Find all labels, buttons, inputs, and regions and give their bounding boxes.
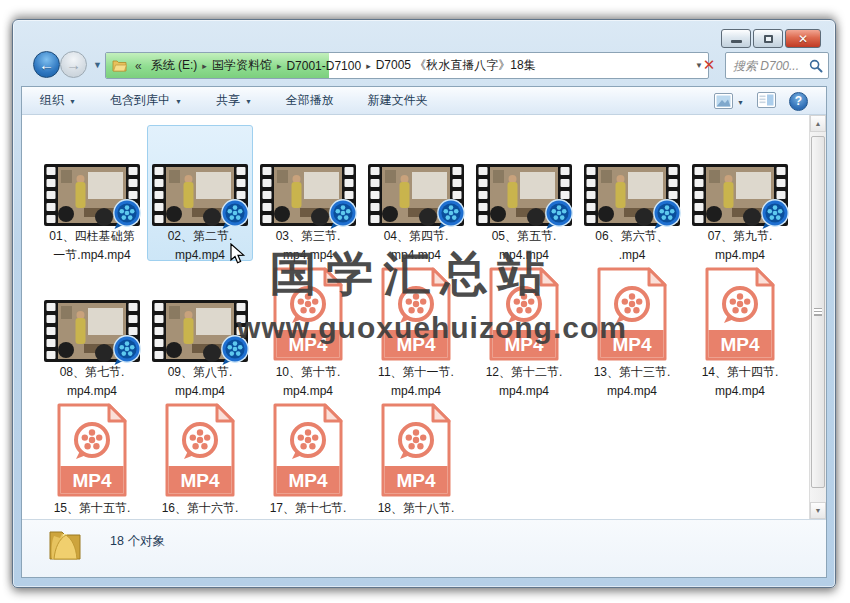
toolbar-item-5[interactable]: 新建文件夹 xyxy=(358,88,438,113)
breadcrumb-item-4[interactable]: D7005 《秋水直播八字》18集 xyxy=(373,57,539,74)
media-player-badge-icon xyxy=(651,198,683,230)
toolbar-items: 组织▼包含到库中▼共享▼全部播放新建文件夹 xyxy=(30,88,452,113)
file-tile-09[interactable]: MP4 09、第八节. mp4.mp4 xyxy=(147,261,253,397)
file-name-line2: mp4.mp4 xyxy=(607,383,657,400)
svg-text:MP4: MP4 xyxy=(396,470,436,491)
mp4-file-icon: MP4 xyxy=(595,266,669,362)
navigation-bar: ← → ▼ « 系统 (E:)▸国学资料馆▸D7001-D7100▸D7005 … xyxy=(21,46,827,86)
chevron-down-icon: ▼ xyxy=(93,60,102,70)
status-bar: 18 个对象 xyxy=(22,519,826,577)
file-tile-03[interactable]: MP4 03、第三节. mp4.mp4 xyxy=(255,125,361,261)
file-icon-area: MP4 xyxy=(40,262,144,362)
file-tile-10[interactable]: MP4 10、第十节. mp4.mp4 xyxy=(255,261,361,397)
dropdown-arrow-icon: ▼ xyxy=(175,96,182,105)
file-name-line1: 11、第十一节. xyxy=(378,364,454,381)
media-player-badge-icon xyxy=(327,198,359,230)
breadcrumb: 系统 (E:)▸国学资料馆▸D7001-D7100▸D7005 《秋水直播八字》… xyxy=(148,57,539,74)
file-name-line1: 15、第十五节. xyxy=(54,500,131,517)
file-icon-area: MP4 xyxy=(148,262,252,362)
breadcrumb-item-3[interactable]: D7001-D7100 xyxy=(283,59,364,73)
file-icon-area: MP4 xyxy=(40,398,144,498)
file-tile-18[interactable]: MP4 18、第十八节. mp4.mp4 xyxy=(363,397,469,519)
scroll-up-button[interactable]: ▲ xyxy=(810,115,826,132)
file-tile-07[interactable]: MP4 07、第九节. mp4.mp4 xyxy=(687,125,793,261)
vertical-scrollbar[interactable]: ▲ ▼ xyxy=(809,115,826,519)
minimize-icon xyxy=(731,40,742,43)
minimize-button[interactable] xyxy=(721,29,751,48)
file-name-line1: 17、第十七节. xyxy=(270,500,347,517)
file-tile-12[interactable]: MP4 12、第十二节. mp4.mp4 xyxy=(471,261,577,397)
file-tile-08[interactable]: MP4 08、第七节. mp4.mp4 xyxy=(39,261,145,397)
file-icon-area: MP4 xyxy=(40,126,144,226)
file-name-line1: 10、第十节. xyxy=(276,364,341,381)
svg-text:MP4: MP4 xyxy=(720,334,760,355)
file-icon-area: MP4 xyxy=(148,126,252,226)
file-icon-area: MP4 xyxy=(364,126,468,226)
media-player-badge-icon xyxy=(435,198,467,230)
preview-pane-button[interactable] xyxy=(757,92,776,111)
breadcrumb-separator-icon: ▸ xyxy=(277,61,282,71)
file-name-line1: 06、第六节、 xyxy=(595,228,668,245)
back-arrow-icon: ← xyxy=(39,56,54,73)
address-bar[interactable]: « 系统 (E:)▸国学资料馆▸D7001-D7100▸D7005 《秋水直播八… xyxy=(105,52,709,79)
breadcrumb-item-1[interactable]: 系统 (E:) xyxy=(148,57,201,74)
file-tile-17[interactable]: MP4 17、第十七节. mp4.mp4 xyxy=(255,397,361,519)
window-controls: ✕ xyxy=(721,29,821,48)
media-player-badge-icon xyxy=(111,198,143,230)
close-button[interactable]: ✕ xyxy=(785,29,821,48)
forward-arrow-icon: → xyxy=(66,56,81,73)
breadcrumb-overflow-icon[interactable]: « xyxy=(135,59,142,73)
toolbar-item-3[interactable]: 共享▼ xyxy=(206,88,262,113)
file-icon-area: MP4 xyxy=(472,262,576,362)
file-icon-area: MP4 xyxy=(688,126,792,226)
media-player-badge-icon xyxy=(111,334,143,366)
breadcrumb-separator-icon: ▸ xyxy=(366,61,371,71)
file-name-line1: 05、第五节. xyxy=(492,228,557,245)
media-player-badge-icon xyxy=(543,198,575,230)
file-tile-14[interactable]: MP4 14、第十四节. mp4.mp4 xyxy=(687,261,793,397)
file-name-line1: 03、第三节. xyxy=(276,228,341,245)
toolbar-item-label: 组织 xyxy=(40,92,64,109)
file-tile-13[interactable]: MP4 13、第十三节. mp4.mp4 xyxy=(579,261,685,397)
file-icon-area: MP4 xyxy=(256,398,360,498)
toolbar-item-2[interactable]: 包含到库中▼ xyxy=(100,88,192,113)
file-icon-area: MP4 xyxy=(364,398,468,498)
forward-button[interactable]: → xyxy=(60,51,87,78)
breadcrumb-separator-icon: ▸ xyxy=(202,61,207,71)
file-tile-02[interactable]: MP4 02、第二节. mp4.mp4 xyxy=(147,125,253,261)
change-view-button[interactable]: ▼ xyxy=(714,93,744,109)
breadcrumb-item-2[interactable]: 国学资料馆 xyxy=(209,57,275,74)
item-count: 18 个对象 xyxy=(110,533,165,550)
search-input[interactable] xyxy=(726,59,809,73)
close-icon: ✕ xyxy=(798,33,808,45)
client-area: 组织▼包含到库中▼共享▼全部播放新建文件夹 ▼ xyxy=(21,86,827,578)
scroll-down-button[interactable]: ▼ xyxy=(810,502,826,519)
file-name-line1: 01、四柱基础第 xyxy=(49,228,134,245)
file-icon-area: MP4 xyxy=(472,126,576,226)
folder-icon xyxy=(112,59,127,72)
svg-text:MP4: MP4 xyxy=(504,334,544,355)
file-tile-01[interactable]: MP4 01、四柱基础第 一节.mp4.mp4 xyxy=(39,125,145,261)
address-dropdown-icon[interactable]: ▼ xyxy=(695,61,703,70)
recent-pages-dropdown[interactable]: ▼ xyxy=(93,60,102,70)
toolbar-item-4[interactable]: 全部播放 xyxy=(276,88,344,113)
file-tile-16[interactable]: MP4 16、第十六节. mp4.mp4 xyxy=(147,397,253,519)
file-tile-04[interactable]: MP4 04、第四节. mp4.mp4 xyxy=(363,125,469,261)
svg-text:MP4: MP4 xyxy=(396,334,436,355)
toolbar-item-1[interactable]: 组织▼ xyxy=(30,88,86,113)
file-tile-05[interactable]: MP4 05、第五节. mp4.mp4 xyxy=(471,125,577,261)
file-tile-06[interactable]: MP4 06、第六节、 .mp4 xyxy=(579,125,685,261)
maximize-button[interactable] xyxy=(753,29,783,48)
help-icon: ? xyxy=(795,94,802,108)
svg-text:MP4: MP4 xyxy=(180,470,220,491)
file-icon-area: MP4 xyxy=(256,262,360,362)
explorer-window: ✕ ← → ▼ « 系统 (E:)▸国学资料馆▸D7001-D7100▸D700… xyxy=(12,19,836,588)
scrollbar-thumb[interactable] xyxy=(811,136,825,488)
back-button[interactable]: ← xyxy=(33,51,60,78)
help-button[interactable]: ? xyxy=(789,92,808,111)
file-grid: MP4 01、四柱基础第 一节.mp4.mp4 xyxy=(22,115,809,519)
file-tile-15[interactable]: MP4 15、第十五节. mp4.mp4 xyxy=(39,397,145,519)
file-tile-11[interactable]: MP4 11、第十一节. mp4.mp4 xyxy=(363,261,469,397)
svg-text:MP4: MP4 xyxy=(288,470,328,491)
media-player-badge-icon xyxy=(219,334,251,366)
